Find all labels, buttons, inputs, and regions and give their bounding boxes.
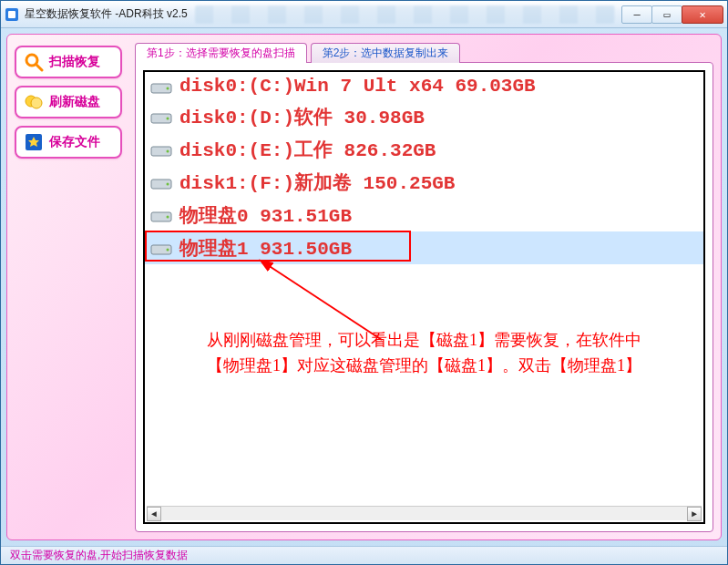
annotation-arrow bbox=[254, 258, 391, 345]
svg-line-3 bbox=[36, 65, 42, 70]
minimize-button[interactable]: — bbox=[621, 5, 652, 24]
sidebar-item-refresh-disk[interactable]: 刷新磁盘 bbox=[15, 86, 122, 118]
svg-rect-1 bbox=[8, 11, 15, 18]
disk-icon bbox=[150, 175, 172, 190]
status-bar: 双击需要恢复的盘,开始扫描恢复数据 bbox=[1, 546, 727, 564]
maximize-button[interactable]: ▭ bbox=[651, 5, 682, 24]
tab-panel: disk0:(C:)Win 7 Ult x64 69.03GB disk0:(D… bbox=[135, 62, 713, 532]
titlebar-blur bbox=[195, 5, 615, 24]
list-item-label: disk0:(D:)软件 30.98GB bbox=[179, 104, 425, 129]
scroll-track[interactable] bbox=[161, 507, 687, 520]
app-window: 星空数据恢复软件 -ADR科技 v2.5 — ▭ ✕ 扫描恢复 刷新磁盘 bbox=[0, 0, 728, 565]
sidebar-item-save-file[interactable]: 保存文件 bbox=[15, 126, 122, 159]
sidebar: 扫描恢复 刷新磁盘 保存文件 bbox=[15, 42, 122, 532]
window-controls: — ▭ ✕ bbox=[622, 5, 723, 24]
status-text: 双击需要恢复的盘,开始扫描恢复数据 bbox=[10, 548, 188, 563]
tab-bar: 第1步：选择需要恢复的盘扫描 第2步：选中数据复制出来 bbox=[135, 42, 713, 62]
list-item[interactable]: 物理盘1 931.50GB bbox=[145, 231, 703, 264]
close-button[interactable]: ✕ bbox=[682, 5, 723, 24]
svg-point-11 bbox=[167, 118, 169, 120]
sidebar-item-label: 刷新磁盘 bbox=[49, 94, 100, 110]
svg-point-17 bbox=[167, 216, 169, 219]
titlebar[interactable]: 星空数据恢复软件 -ADR科技 v2.5 — ▭ ✕ bbox=[1, 1, 727, 28]
sidebar-item-scan-recover[interactable]: 扫描恢复 bbox=[15, 46, 122, 78]
annotation-line: 【物理盘1】对应这磁盘管理的【磁盘1】。双击【物理盘1】 bbox=[154, 353, 694, 378]
list-item-label: disk0:(E:)工作 826.32GB bbox=[179, 137, 436, 162]
list-item[interactable]: disk1:(F:)新加卷 150.25GB bbox=[145, 166, 703, 199]
sidebar-item-label: 扫描恢复 bbox=[49, 54, 100, 70]
scroll-left-button[interactable]: ◄ bbox=[147, 507, 161, 521]
list-item[interactable]: disk0:(E:)工作 826.32GB bbox=[145, 133, 703, 166]
disk-icon bbox=[150, 208, 172, 222]
refresh-icon bbox=[24, 92, 44, 112]
list-item-label: 物理盘0 931.51GB bbox=[179, 202, 352, 228]
disk-icon bbox=[150, 142, 172, 157]
list-item-label: disk1:(F:)新加卷 150.25GB bbox=[179, 170, 455, 195]
disk-icon bbox=[150, 241, 172, 255]
list-item[interactable]: disk0:(D:)软件 30.98GB bbox=[145, 100, 703, 133]
window-title: 星空数据恢复软件 -ADR科技 v2.5 bbox=[25, 6, 188, 22]
tab-step2[interactable]: 第2步：选中数据复制出来 bbox=[311, 43, 461, 63]
list-item[interactable]: 物理盘0 931.51GB bbox=[145, 199, 703, 231]
svg-point-9 bbox=[167, 87, 169, 89]
list-item-label: disk0:(C:)Win 7 Ult x64 69.03GB bbox=[179, 76, 536, 97]
svg-point-5 bbox=[31, 98, 42, 108]
save-icon bbox=[24, 132, 44, 152]
disk-listbox[interactable]: disk0:(C:)Win 7 Ult x64 69.03GB disk0:(D… bbox=[143, 70, 705, 524]
list-item-label: 物理盘1 931.50GB bbox=[179, 235, 352, 261]
annotation-line: 从刚刚磁盘管理，可以看出是【磁盘1】需要恢复，在软件中 bbox=[154, 327, 694, 353]
list-item[interactable]: disk0:(C:)Win 7 Ult x64 69.03GB bbox=[145, 72, 703, 100]
svg-point-19 bbox=[167, 249, 169, 252]
horizontal-scrollbar[interactable]: ◄ ► bbox=[147, 506, 702, 520]
annotation-text: 从刚刚磁盘管理，可以看出是【磁盘1】需要恢复，在软件中 【物理盘1】对应这磁盘管… bbox=[154, 327, 694, 378]
svg-line-20 bbox=[268, 265, 382, 340]
client-area: 扫描恢复 刷新磁盘 保存文件 第1步：选择需要恢复的盘扫描 第2步：选中数据复制… bbox=[6, 34, 722, 540]
svg-point-13 bbox=[167, 150, 169, 153]
svg-point-15 bbox=[167, 183, 169, 186]
scroll-right-button[interactable]: ► bbox=[687, 507, 702, 521]
magnifier-icon bbox=[24, 52, 44, 72]
main-panel: 第1步：选择需要恢复的盘扫描 第2步：选中数据复制出来 disk0:(C:)Wi… bbox=[135, 42, 713, 532]
tab-step1[interactable]: 第1步：选择需要恢复的盘扫描 bbox=[135, 43, 307, 63]
disk-icon bbox=[150, 79, 172, 94]
app-icon bbox=[5, 7, 19, 22]
sidebar-item-label: 保存文件 bbox=[49, 134, 100, 150]
disk-icon bbox=[150, 109, 172, 124]
